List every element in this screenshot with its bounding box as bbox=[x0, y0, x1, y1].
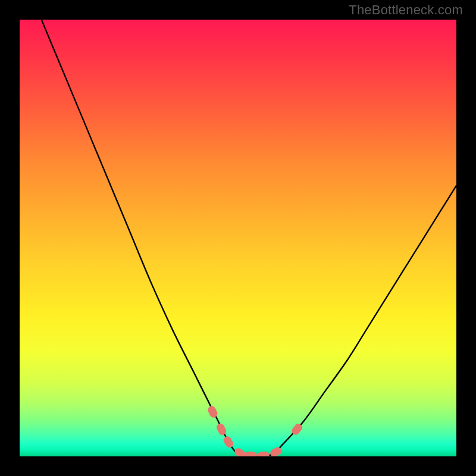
marker-pill bbox=[233, 447, 248, 456]
curve-layer bbox=[20, 20, 456, 456]
marker-pill bbox=[215, 422, 228, 437]
marker-pill bbox=[222, 435, 234, 449]
marker-pill bbox=[245, 451, 257, 456]
bottleneck-curve bbox=[42, 20, 456, 456]
marker-pill bbox=[269, 446, 283, 456]
marker-pill bbox=[257, 451, 270, 456]
marker-pill bbox=[206, 405, 219, 419]
plot-area bbox=[20, 20, 456, 456]
watermark-text: TheBottleneck.com bbox=[349, 2, 463, 18]
chart-frame: TheBottleneck.com bbox=[0, 0, 476, 476]
curve-markers bbox=[206, 405, 303, 456]
